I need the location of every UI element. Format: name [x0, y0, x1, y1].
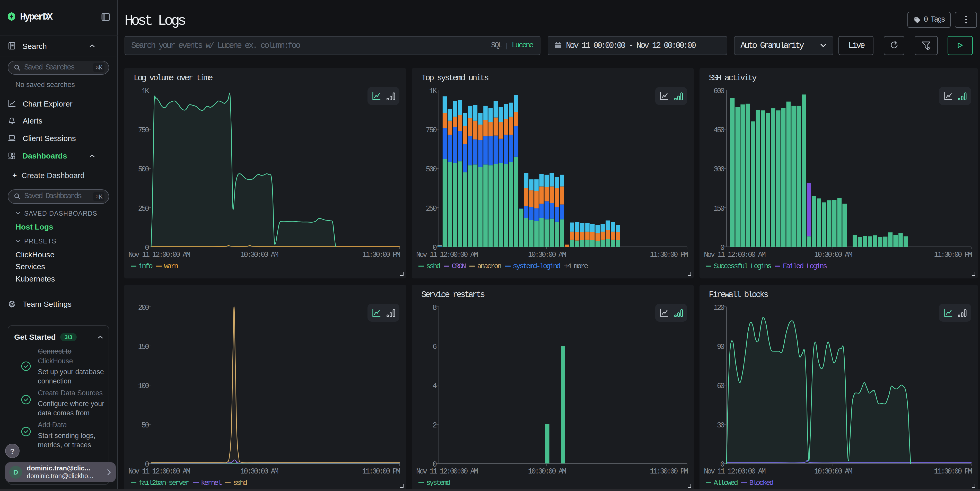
svg-text:50: 50 — [142, 421, 149, 430]
svg-text:11:30:00 PM: 11:30:00 PM — [362, 251, 400, 259]
svg-text:750: 750 — [426, 126, 437, 135]
svg-text:Nov 11 12:00:00 AM: Nov 11 12:00:00 AM — [416, 467, 478, 476]
svg-text:2: 2 — [433, 421, 437, 430]
svg-text:500: 500 — [426, 165, 437, 174]
svg-text:11:30:00 PM: 11:30:00 PM — [650, 467, 688, 476]
svg-text:100: 100 — [138, 382, 149, 390]
svg-text:10:30:00 AM: 10:30:00 AM — [528, 467, 566, 476]
svg-text:Nov 11 12:00:00 AM: Nov 11 12:00:00 AM — [416, 251, 478, 259]
svg-text:450: 450 — [713, 126, 724, 135]
svg-text:Nov 11 12:00:00 AM: Nov 11 12:00:00 AM — [129, 467, 190, 476]
svg-text:11:30:00 PM: 11:30:00 PM — [650, 251, 688, 259]
svg-text:10:30:00 AM: 10:30:00 AM — [240, 467, 278, 476]
svg-text:250: 250 — [138, 205, 149, 213]
svg-text:60: 60 — [717, 382, 724, 390]
svg-text:6: 6 — [433, 343, 437, 351]
svg-text:1K: 1K — [142, 87, 150, 95]
svg-text:4: 4 — [433, 382, 437, 390]
svg-text:11:30:00 PM: 11:30:00 PM — [934, 467, 972, 476]
svg-text:150: 150 — [138, 343, 149, 351]
svg-text:1K: 1K — [429, 87, 437, 95]
svg-text:Nov 11 12:00:00 AM: Nov 11 12:00:00 AM — [703, 251, 765, 259]
svg-text:90: 90 — [717, 343, 724, 351]
svg-text:120: 120 — [713, 303, 724, 312]
svg-text:750: 750 — [138, 126, 149, 135]
svg-text:150: 150 — [713, 205, 724, 213]
svg-text:500: 500 — [138, 165, 149, 174]
svg-text:30: 30 — [717, 421, 724, 430]
svg-text:11:30:00 PM: 11:30:00 PM — [934, 251, 972, 259]
svg-text:10:30:00 AM: 10:30:00 AM — [814, 251, 852, 259]
svg-text:250: 250 — [426, 205, 437, 213]
svg-text:10:30:00 AM: 10:30:00 AM — [814, 467, 852, 476]
svg-text:200: 200 — [138, 303, 149, 312]
svg-text:Nov 11 12:00:00 AM: Nov 11 12:00:00 AM — [129, 251, 190, 259]
svg-text:11:30:00 PM: 11:30:00 PM — [362, 467, 400, 476]
svg-text:300: 300 — [713, 165, 724, 174]
svg-text:10:30:00 AM: 10:30:00 AM — [240, 251, 278, 259]
svg-text:8: 8 — [433, 303, 437, 312]
svg-text:Nov 11 12:00:00 AM: Nov 11 12:00:00 AM — [703, 467, 765, 476]
svg-text:600: 600 — [713, 87, 724, 95]
svg-text:10:30:00 AM: 10:30:00 AM — [528, 251, 566, 259]
